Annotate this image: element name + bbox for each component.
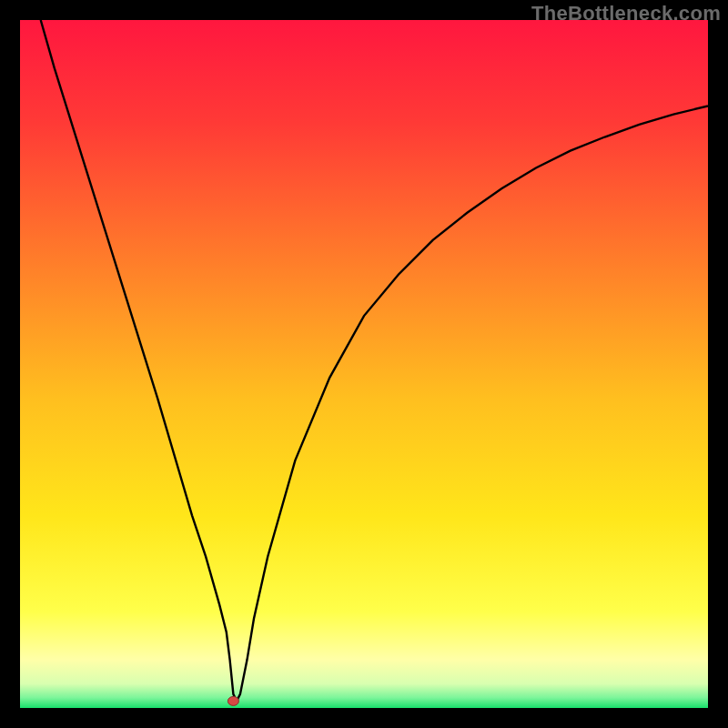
watermark-label: TheBottleneck.com xyxy=(531,2,721,25)
plot-area xyxy=(20,20,708,708)
chart-frame: TheBottleneck.com xyxy=(0,0,728,728)
gradient-background xyxy=(20,20,708,708)
optimal-point-marker xyxy=(228,696,238,705)
chart-canvas xyxy=(20,20,708,708)
